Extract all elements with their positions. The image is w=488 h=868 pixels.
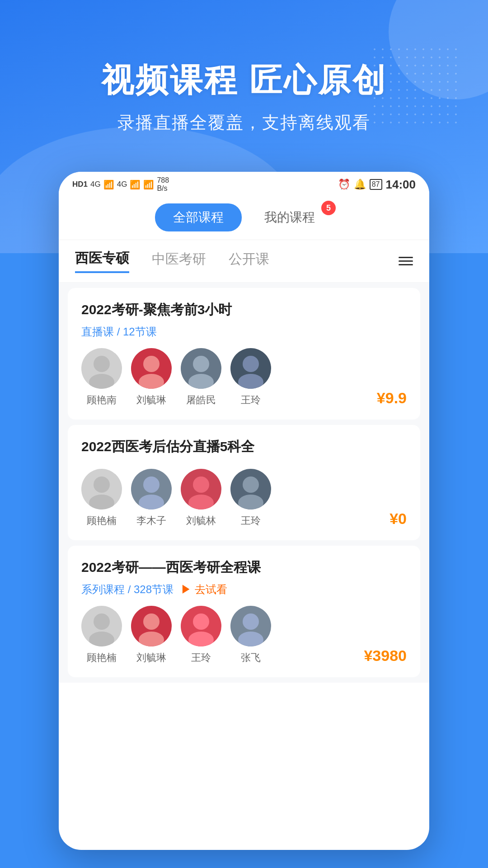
course-price-1: ¥9.9 (377, 389, 407, 407)
svg-point-9 (89, 495, 114, 509)
status-right: ⏰ 🔔 87 14:00 (338, 178, 416, 192)
teacher-name-3-2: 刘毓琳 (136, 651, 166, 665)
teacher-name-2-1: 顾艳楠 (87, 514, 117, 528)
svg-point-7 (238, 374, 263, 389)
svg-point-5 (188, 374, 214, 389)
svg-point-17 (89, 632, 114, 646)
teacher-1-3: 屠皓民 (181, 348, 221, 407)
svg-point-22 (243, 613, 259, 630)
avatar-1-1 (81, 348, 122, 389)
avatar-2-2 (131, 469, 172, 509)
teacher-2-2: 李木子 (131, 469, 172, 528)
teacher-name-1-3: 屠皓民 (186, 393, 216, 407)
course-title-2: 2022西医考后估分直播5科全 (81, 438, 407, 456)
svg-point-4 (193, 356, 209, 372)
avatar-2-3 (181, 469, 221, 509)
cat-western[interactable]: 西医专硕 (75, 249, 129, 273)
alarm-icon: ⏰ (338, 179, 350, 190)
battery-indicator: 87 (370, 179, 382, 190)
teacher-3-1: 顾艳楠 (81, 606, 122, 665)
svg-point-21 (188, 632, 214, 646)
teacher-name-1-4: 王玲 (241, 393, 261, 407)
cat-open[interactable]: 公开课 (229, 250, 269, 272)
teacher-name-2-4: 王玲 (241, 514, 261, 528)
teacher-name-1-1: 顾艳南 (87, 393, 117, 407)
cat-tcm[interactable]: 中医考研 (152, 250, 206, 272)
course-price-2: ¥0 (389, 510, 407, 528)
avatar-3-1 (81, 606, 122, 646)
course-meta-1: 直播课 / 12节课 (81, 325, 407, 339)
teacher-name-3-4: 张飞 (241, 651, 261, 665)
teacher-1-2: 刘毓琳 (131, 348, 172, 407)
time-display: 14:00 (386, 178, 416, 192)
course-item-2[interactable]: 2022西医考后估分直播5科全 顾艳楠 李木子 (68, 425, 420, 540)
tab-my-courses[interactable]: 我的课程 5 (246, 203, 333, 231)
course-item-3[interactable]: 2022考研——西医考研全程课 系列课程 / 328节课 ▶ 去试看 顾艳楠 刘… (68, 546, 420, 677)
teacher-name-3-3: 王玲 (191, 651, 211, 665)
svg-point-20 (193, 613, 209, 630)
svg-point-10 (143, 476, 160, 493)
teachers-row-1: 顾艳南 刘毓琳 屠皓民 (81, 348, 407, 407)
try-watch-btn[interactable]: ▶ 去试看 (181, 582, 227, 597)
svg-point-3 (139, 374, 164, 389)
svg-point-16 (94, 613, 110, 630)
course-title-1: 2022考研-聚焦考前3小时 (81, 301, 407, 319)
svg-point-8 (94, 476, 110, 493)
course-price-3: ¥3980 (364, 647, 407, 665)
teacher-name-3-1: 顾艳楠 (87, 651, 117, 665)
teacher-name-1-2: 刘毓琳 (136, 393, 166, 407)
course-list: 2022考研-聚焦考前3小时 直播课 / 12节课 顾艳南 刘毓琳 (59, 283, 429, 683)
svg-point-12 (193, 476, 209, 493)
hero-subtitle: 录播直播全覆盖，支持离线观看 (0, 111, 488, 134)
status-left: HD1 4G 📶 4G 📶 📶 788B/s (72, 176, 169, 193)
network-4g: 4G (90, 180, 101, 189)
teacher-3-4: 张飞 (230, 606, 271, 665)
status-bar: HD1 4G 📶 4G 📶 📶 788B/s ⏰ 🔔 87 14:00 (59, 172, 429, 197)
speed-text: 788B/s (157, 176, 169, 193)
svg-point-23 (238, 632, 263, 646)
teacher-name-2-3: 刘毓林 (186, 514, 216, 528)
avatar-3-2 (131, 606, 172, 646)
teacher-2-1: 顾艳楠 (81, 469, 122, 528)
svg-point-14 (243, 476, 259, 493)
course-item-1[interactable]: 2022考研-聚焦考前3小时 直播课 / 12节课 顾艳南 刘毓琳 (68, 288, 420, 420)
avatar-2-1 (81, 469, 122, 509)
teacher-1-4: 王玲 (230, 348, 271, 407)
signal-bars: 📶 (103, 179, 114, 190)
network-4g2: 4G (117, 180, 127, 189)
category-nav: 西医专硕 中医考研 公开课 (59, 240, 429, 283)
teacher-2-3: 刘毓林 (181, 469, 221, 528)
avatar-2-4 (230, 469, 271, 509)
avatar-1-4 (230, 348, 271, 389)
tab-all-courses[interactable]: 全部课程 (155, 203, 242, 231)
course-meta-3: 系列课程 / 328节课 ▶ 去试看 (81, 582, 407, 597)
svg-point-0 (94, 356, 110, 372)
teacher-3-3: 王玲 (181, 606, 221, 665)
phone-mockup: HD1 4G 📶 4G 📶 📶 788B/s ⏰ 🔔 87 14:00 全部课程… (59, 172, 429, 850)
svg-point-11 (139, 495, 164, 509)
my-courses-badge: 5 (321, 201, 336, 215)
teacher-3-2: 刘毓琳 (131, 606, 172, 665)
wifi-icon: 📶 (143, 179, 154, 190)
hero-title: 视频课程 匠心原创 (0, 59, 488, 102)
teacher-1-1: 顾艳南 (81, 348, 122, 407)
signal-bars2: 📶 (130, 179, 141, 190)
course-type-3: 系列课程 / 328节课 (81, 582, 174, 597)
teachers-row-2: 顾艳楠 李木子 刘毓林 (81, 469, 407, 528)
avatar-1-2 (131, 348, 172, 389)
svg-point-15 (238, 495, 263, 509)
menu-icon[interactable] (399, 257, 413, 265)
avatar-3-3 (181, 606, 221, 646)
menu-line-1 (399, 257, 413, 258)
avatar-3-4 (230, 606, 271, 646)
course-type-1: 直播课 / 12节课 (81, 325, 157, 339)
battery-level: 87 (372, 180, 380, 189)
menu-line-2 (399, 260, 413, 262)
course-title-3: 2022考研——西医考研全程课 (81, 558, 407, 577)
teachers-row-3: 顾艳楠 刘毓琳 王玲 (81, 606, 407, 665)
teacher-name-2-2: 李木子 (136, 514, 166, 528)
signal-text: HD1 (72, 180, 88, 189)
svg-point-18 (143, 613, 160, 630)
svg-point-6 (243, 356, 259, 372)
menu-line-3 (399, 264, 413, 265)
